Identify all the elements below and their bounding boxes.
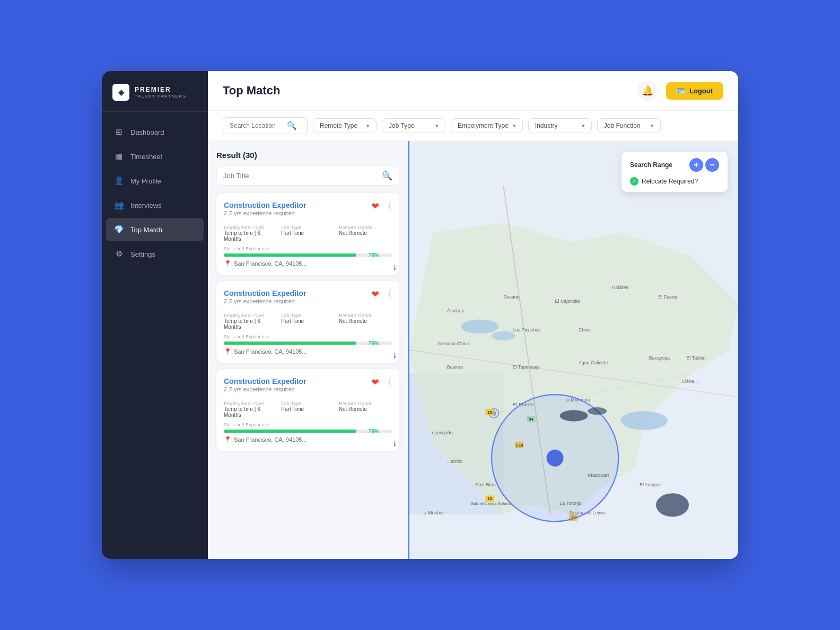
search-location-input[interactable] (230, 122, 283, 129)
search-icon: 🔍 (382, 171, 392, 181)
card-actions: ❤ 〈 (371, 377, 392, 388)
industry-filter[interactable]: Industry ▾ (528, 118, 592, 133)
filter-bar: 🔍 Remote Type ▾ Job Type ▾ Empolyment Ty… (208, 111, 738, 141)
sidebar-item-label-timesheet: Timesheet (130, 153, 162, 161)
employment-type-meta-label: Employment Type (224, 401, 277, 406)
favorite-button[interactable]: ❤ (371, 288, 379, 300)
svg-text:Los Picachos: Los Picachos (513, 327, 541, 332)
sidebar: ◈ PREMIER TALENT PARTNERS ⊞ Dashboard ▦ … (102, 71, 208, 559)
info-icon: ℹ (393, 440, 396, 448)
sidebar-item-myprofile[interactable]: 👤 My Profile (106, 169, 204, 192)
skills-label: Skills and Experience (224, 246, 392, 251)
sidebar-item-topmatch[interactable]: 💎 Top Match (106, 218, 204, 241)
job-function-filter[interactable]: Job Function ▾ (597, 118, 661, 133)
range-increase-button[interactable]: + (689, 158, 703, 172)
svg-point-7 (621, 411, 668, 430)
svg-text:Basiroa: Basiroa (447, 364, 463, 370)
share-button[interactable]: 〈 (383, 377, 392, 388)
location-row: 📍 San Francisco, CA, 94105... (224, 348, 392, 355)
location-icon: 📍 (224, 260, 232, 267)
job-type-meta-value: Part Time (281, 230, 334, 236)
top-bar-actions: 🔔 🪪 Logout (637, 81, 723, 101)
job-title-area: Construction Expeditor 2-7 yrs experienc… (224, 377, 307, 398)
svg-point-46 (547, 450, 564, 467)
svg-text:Bacayopa: Bacayopa (649, 355, 670, 361)
location-row: 📍 San Francisco, CA, 94105... (224, 436, 392, 443)
job-title-input[interactable] (223, 172, 378, 180)
job-meta: Employment Type Temp to hire | 6 Months … (224, 401, 392, 418)
remote-meta-label: Remote Option (339, 401, 392, 406)
skills-pct: 79% (369, 340, 379, 346)
job-type-meta-label: Job Type (281, 313, 334, 318)
skills-label: Skills and Experience (224, 334, 392, 339)
job-type-meta: Job Type Part Time (281, 225, 334, 242)
location-row: 📍 San Francisco, CA, 94105... (224, 260, 392, 267)
employment-type-filter[interactable]: Empolyment Type ▾ (451, 118, 523, 133)
search-range-label: Search Range (630, 161, 672, 169)
share-button[interactable]: 〈 (383, 289, 392, 300)
skills-bar: 79% (224, 342, 392, 345)
range-decrease-button[interactable]: − (705, 158, 719, 172)
sidebar-item-label-myprofile: My Profile (130, 177, 161, 185)
favorite-button[interactable]: ❤ (371, 200, 379, 212)
logout-icon: 🪪 (677, 87, 685, 95)
remote-type-label: Remote Type (320, 122, 357, 129)
svg-point-47 (559, 410, 588, 421)
job-title-link[interactable]: Construction Expeditor (224, 201, 307, 209)
remote-meta: Remote Option Not Remote (339, 313, 392, 330)
svg-text:El Fuerte: El Fuerte (658, 294, 677, 300)
job-card-header: Construction Expeditor 2-7 yrs experienc… (224, 288, 392, 310)
notification-button[interactable]: 🔔 (637, 81, 658, 101)
svg-text:Choix: Choix (579, 327, 591, 332)
job-title-link[interactable]: Construction Expeditor (224, 377, 307, 386)
location-icon: 📍 (224, 436, 232, 443)
sidebar-item-label-topmatch: Top Match (130, 226, 162, 234)
bell-icon: 🔔 (642, 85, 653, 97)
skills-bar: 79% (224, 430, 392, 433)
skills-bar-fill (224, 430, 356, 433)
job-type-meta-value: Part Time (281, 318, 334, 324)
remote-type-filter[interactable]: Remote Type ▾ (313, 118, 377, 133)
sidebar-item-interviews[interactable]: 👥 Interviews (106, 194, 204, 217)
map-svg: Álamos Rosario El Cajoncito Tubáres El F… (409, 141, 738, 559)
employment-type-label: Empolyment Type (458, 122, 509, 129)
remote-meta-value: Not Remote (339, 406, 392, 412)
search-location-filter[interactable]: 🔍 (223, 117, 308, 134)
job-meta: Employment Type Temp to hire | 6 Months … (224, 313, 392, 330)
job-title-area: Construction Expeditor 2-7 yrs experienc… (224, 200, 307, 222)
job-title-link[interactable]: Construction Expeditor (224, 289, 307, 298)
relocate-label: Relocate Required? (642, 178, 698, 185)
share-button[interactable]: 〈 (383, 201, 392, 212)
page-title: Top Match (223, 84, 280, 98)
sidebar-item-settings[interactable]: ⚙ Settings (106, 242, 204, 266)
job-title-search[interactable]: 🔍 (216, 166, 399, 186)
location-text: San Francisco, CA, 94105... (234, 260, 307, 267)
info-icon: ℹ (393, 264, 396, 272)
remote-meta-label: Remote Option (339, 225, 392, 230)
employment-type-meta-value: Temp to hire | 6 Months (224, 318, 277, 330)
logo-icon: ◈ (112, 84, 129, 101)
search-range-panel: Search Range + − ✓ Relocate Required? (622, 152, 728, 192)
relocate-check-icon: ✓ (630, 177, 638, 186)
sidebar-item-dashboard[interactable]: ⊞ Dashboard (106, 120, 204, 144)
job-type-filter[interactable]: Job Type ▾ (382, 118, 445, 133)
range-controls: + − (689, 158, 719, 172)
sidebar-item-label-dashboard: Dashboard (130, 128, 164, 136)
skills-bar: 79% (224, 253, 392, 257)
location-icon: 📍 (224, 348, 232, 355)
favorite-button[interactable]: ❤ (371, 377, 379, 388)
job-card-header: Construction Expeditor 2-7 yrs experienc… (224, 377, 392, 398)
remote-meta-label: Remote Option (339, 313, 392, 318)
svg-text:Ciéne...: Ciéne... (682, 379, 698, 384)
chevron-down-icon: ▾ (366, 122, 370, 129)
job-card: Construction Expeditor 2-7 yrs experienc… (216, 281, 399, 363)
sidebar-item-label-interviews: Interviews (130, 202, 162, 209)
sidebar-item-label-settings: Settings (130, 250, 155, 258)
sidebar-item-timesheet[interactable]: ▦ Timesheet (106, 145, 204, 168)
svg-text:s Mochis: s Mochis (424, 510, 444, 515)
remote-meta-value: Not Remote (339, 230, 392, 236)
logout-button[interactable]: 🪪 Logout (666, 82, 723, 100)
remote-meta: Remote Option Not Remote (339, 225, 392, 242)
employment-type-meta: Employment Type Temp to hire | 6 Months (224, 401, 277, 418)
job-type-label: Job Type (389, 122, 414, 129)
